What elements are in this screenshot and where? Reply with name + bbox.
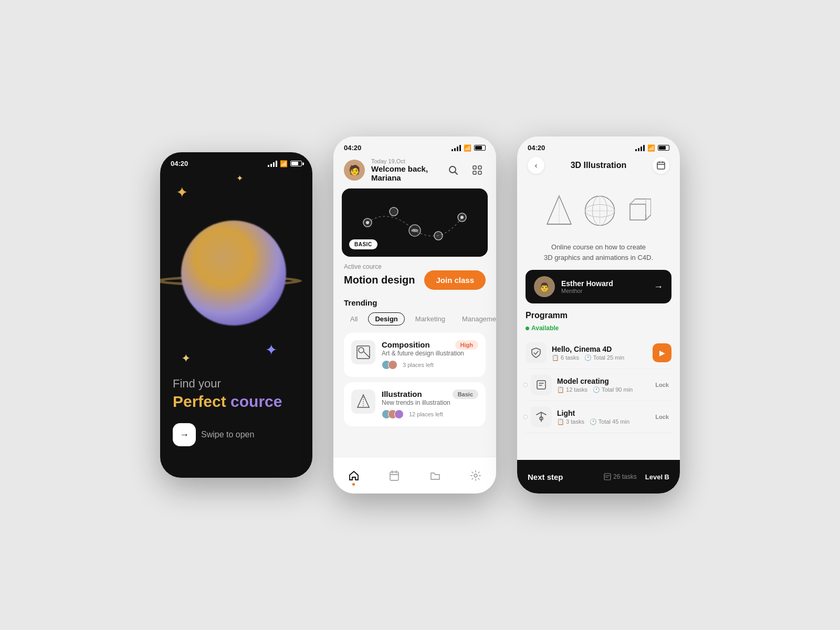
svg-point-12 xyxy=(460,216,464,219)
battery-icon-3 xyxy=(658,145,669,151)
lesson-1-name: Hello, Cinema 4D xyxy=(552,345,647,353)
available-dot xyxy=(526,327,529,330)
join-class-button[interactable]: Join class xyxy=(424,270,486,290)
calendar-button[interactable] xyxy=(653,157,669,174)
illustration-icon xyxy=(351,390,375,414)
svg-point-18 xyxy=(474,474,477,477)
lesson-3-dot xyxy=(523,415,528,419)
nav-dot xyxy=(352,483,355,486)
active-course-section: Active cource Motion design Join class xyxy=(333,257,496,294)
bottom-nav xyxy=(333,457,496,494)
nav-home[interactable] xyxy=(348,470,360,481)
footer-level: Level B xyxy=(645,473,669,481)
illustration-desc: New trends in illustration xyxy=(382,399,478,406)
composition-info: Composition High Art & future design ill… xyxy=(382,340,478,370)
play-button[interactable]: ▶ xyxy=(653,343,671,362)
header-welcome: Welcome back, Mariana xyxy=(371,164,438,182)
status-bar-2: 04:20 📶 xyxy=(333,136,496,152)
svg-rect-19 xyxy=(657,162,665,169)
lesson-3-total: 🕐 Total 45 min xyxy=(590,418,629,425)
composition-level: High xyxy=(455,340,478,350)
available-label: Available xyxy=(526,324,671,332)
svg-rect-28 xyxy=(630,204,646,220)
p3-footer: Next step 26 tasks Level B xyxy=(517,460,680,494)
composition-meta: 3 places left xyxy=(382,360,478,370)
svg-point-0 xyxy=(449,166,456,173)
swipe-button[interactable]: → Swipe to open xyxy=(173,423,300,446)
time-1: 04:20 xyxy=(171,160,188,167)
battery-icon-2 xyxy=(474,145,486,151)
lesson-2-lock: Lock xyxy=(653,375,671,394)
pyramid-shape xyxy=(546,195,572,226)
illustration-places: 12 places left xyxy=(409,411,443,417)
nav-calendar[interactable] xyxy=(388,470,400,481)
tab-design[interactable]: Design xyxy=(368,312,404,326)
nav-folder[interactable] xyxy=(429,470,441,481)
svg-point-6 xyxy=(366,221,369,224)
lesson-1-total: 🕐 Total 25 min xyxy=(584,354,624,361)
perfect-word: Perfect xyxy=(173,393,226,410)
course-card-illustration[interactable]: Illustration Basic New trends in illustr… xyxy=(344,382,486,426)
star-icon-4: ✦ xyxy=(265,341,277,359)
lesson-3-name: Light xyxy=(557,409,647,417)
status-icons-2: 📶 xyxy=(452,144,486,152)
tab-all[interactable]: All xyxy=(344,313,364,325)
p3-illustration xyxy=(517,179,680,242)
header-text: Today 19,Oct Welcome back, Mariana xyxy=(371,158,438,182)
signal-icon-2 xyxy=(452,145,461,151)
swipe-arrow-icon[interactable]: → xyxy=(173,423,196,446)
lesson-2-info: Model creating 📋 12 tasks 🕐 Total 90 min xyxy=(557,377,647,393)
active-row: Motion design Join class xyxy=(344,270,486,290)
lesson-3-info: Light 📋 3 tasks 🕐 Total 45 min xyxy=(557,409,647,425)
lesson-2-tasks: 📋 12 tasks xyxy=(557,386,587,393)
svg-rect-33 xyxy=(537,381,545,389)
lesson-1-tasks: 📋 6 tasks xyxy=(552,354,579,361)
battery-icon-1 xyxy=(290,161,302,166)
svg-rect-3 xyxy=(473,171,476,174)
swipe-text: Swipe to open xyxy=(201,430,254,439)
illustration-name: Illustration xyxy=(382,390,422,398)
trending-title: Trending xyxy=(344,298,486,307)
p3-description: Online course on how to create 3D graphi… xyxy=(517,242,680,262)
mentor-name: Esther Howard xyxy=(561,279,647,288)
course-badge: BASIC xyxy=(349,239,377,249)
mentor-card[interactable]: 👨 Esther Howard Menthor → xyxy=(526,270,671,303)
nav-settings[interactable] xyxy=(470,470,481,481)
mentor-info: Esther Howard Menthor xyxy=(561,279,647,294)
signal-icon-1 xyxy=(268,161,277,167)
composition-places: 3 places left xyxy=(403,362,434,368)
splash-screen: 04:20 📶 ✦ ✦ ✦ ✦ Find your Perfect cource xyxy=(160,152,312,478)
grid-icon[interactable] xyxy=(469,162,486,178)
back-button[interactable]: ‹ xyxy=(528,157,544,174)
lesson-1[interactable]: Hello, Cinema 4D 📋 6 tasks 🕐 Total 25 mi… xyxy=(526,337,671,369)
svg-rect-4 xyxy=(478,171,481,174)
footer-tasks: 26 tasks xyxy=(604,473,637,480)
svg-rect-2 xyxy=(478,166,481,169)
mentor-arrow-icon: → xyxy=(654,281,663,292)
status-bar-3: 04:20 📶 xyxy=(517,136,680,152)
wifi-icon-3: 📶 xyxy=(647,144,655,152)
p3-page-title: 3D Illustration xyxy=(551,161,646,170)
next-step-label: Next step xyxy=(528,472,604,481)
signal-icon-3 xyxy=(635,145,645,151)
svg-rect-35 xyxy=(604,474,611,480)
box-shape xyxy=(627,196,651,225)
course-card-composition[interactable]: Composition High Art & future design ill… xyxy=(344,333,486,377)
search-icon[interactable] xyxy=(445,162,461,178)
active-label: Active cource xyxy=(344,263,486,270)
illustration-avatars xyxy=(382,410,401,419)
lesson-3-meta: 📋 3 tasks 🕐 Total 45 min xyxy=(557,418,647,425)
tab-management[interactable]: Management xyxy=(456,313,496,325)
sphere-shape xyxy=(583,194,617,228)
time-3: 04:20 xyxy=(528,144,545,152)
wifi-icon-1: 📶 xyxy=(280,160,288,167)
svg-line-31 xyxy=(630,199,635,204)
active-title: Motion design xyxy=(344,274,415,286)
illustration-info: Illustration Basic New trends in illustr… xyxy=(382,390,478,419)
tab-marketing[interactable]: Marketing xyxy=(409,313,452,325)
composition-desc: Art & future design illustration xyxy=(382,350,478,357)
planet-body xyxy=(181,220,286,326)
svg-point-14 xyxy=(359,348,364,353)
status-icons-3: 📶 xyxy=(635,144,669,152)
svg-point-10 xyxy=(434,232,443,240)
